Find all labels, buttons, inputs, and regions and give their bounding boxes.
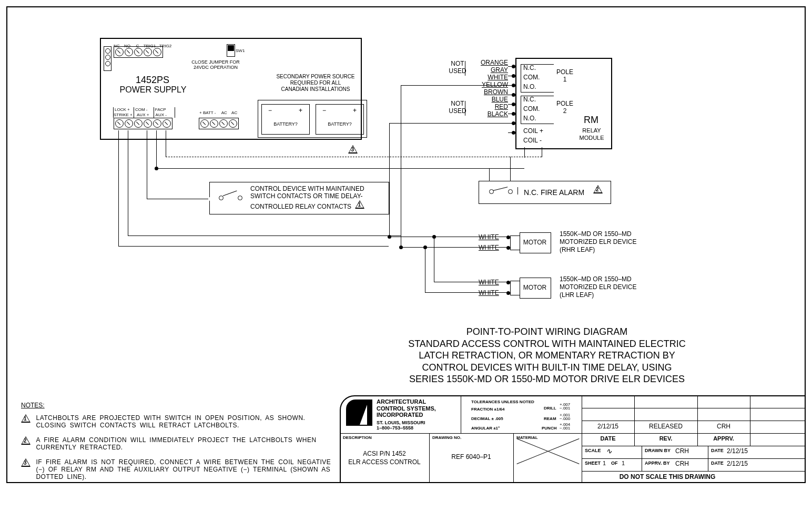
diagram-title: POINT-TO-POINT WIRING DIAGRAM STANDARD A…	[400, 326, 694, 385]
note-mark-3: 3	[21, 458, 31, 467]
drawing-no: REF 6040–P1	[429, 453, 513, 460]
relay-wire-labels: ORANGE GRAY WHITE YELLOW BROWN BLUE RED …	[468, 59, 508, 118]
ps-side-block	[104, 46, 111, 71]
ps-top-terminals	[114, 46, 163, 58]
sw1-knob	[228, 45, 234, 51]
do-not-scale: DO NOT SCALE THIS DRAWING	[582, 473, 753, 480]
ps-bl-terminals	[114, 118, 172, 129]
ps-bl-labels-top: LOCK + COM - FACP	[115, 107, 166, 112]
description-head: DESCRIPTION	[343, 435, 372, 440]
ps-bl-labels-sub: STRIKE + AUX + AUX -	[114, 112, 167, 117]
control-device-text: CONTROL DEVICE WITH MAINTAINED SWITCH CO…	[250, 185, 364, 210]
battery-1: − + BATTERY?	[261, 104, 310, 135]
note-mark-2: 2	[21, 436, 31, 445]
note-2: 2 A FIRE ALARM CONDITION WILL IMMEDIATEL…	[21, 436, 331, 451]
notes-heading: NOTES:	[21, 402, 45, 409]
motor-rhr-text: 1550K–MD OR 1550–MD MOTORIZED ELR DEVICE…	[560, 230, 636, 254]
company-text: ARCHITECTURAL CONTROL SYSTEMS, INCORPORA…	[377, 398, 436, 418]
ps-br-terminals	[199, 118, 239, 129]
note-mark-1a: 1	[355, 200, 364, 209]
title-block: ARCHITECTURAL CONTROL SYSTEMS, INCORPORA…	[340, 395, 806, 483]
material-x	[514, 435, 582, 467]
secondary-note: SECONDARY POWER SOURCE REQUIRED FOR ALL …	[263, 74, 368, 93]
note-mark-3a: 3	[348, 145, 358, 153]
note-mark-1: 1	[21, 414, 31, 423]
jumper-note: CLOSE JUMPER FOR 24VDC OPERATION	[179, 60, 252, 70]
motor-lhr-text: 1550K–MD OR 1550–MD MOTORIZED ELR DEVICE…	[560, 275, 636, 299]
sw1-label: SW1	[236, 48, 245, 53]
drawing-no-head: DRAWING NO.	[432, 435, 461, 440]
ps-model: 1452PS	[110, 75, 195, 86]
ps-label: POWER SUPPLY	[103, 85, 203, 95]
note-3: 3 IF FIRE ALARM IS NOT REQUIRED, CONNECT…	[21, 458, 337, 480]
battery-2: − + BATTERY?	[316, 104, 364, 135]
rm-label: RM	[584, 115, 598, 126]
note-1: 1 LATCHBOLTS ARE PROJECTED WITH SWITCH I…	[21, 414, 331, 429]
fire-alarm-label: N.C. FIRE ALARM	[524, 188, 584, 197]
drawing-sheet: NC NO C TRIG1 TRIG2 SW1 CLOSE JUMPER FOR…	[0, 0, 812, 512]
note-mark-2a: 2	[593, 185, 603, 193]
company-logo	[346, 400, 372, 426]
ps-br-labels: + BATT - AC AC	[199, 110, 237, 115]
